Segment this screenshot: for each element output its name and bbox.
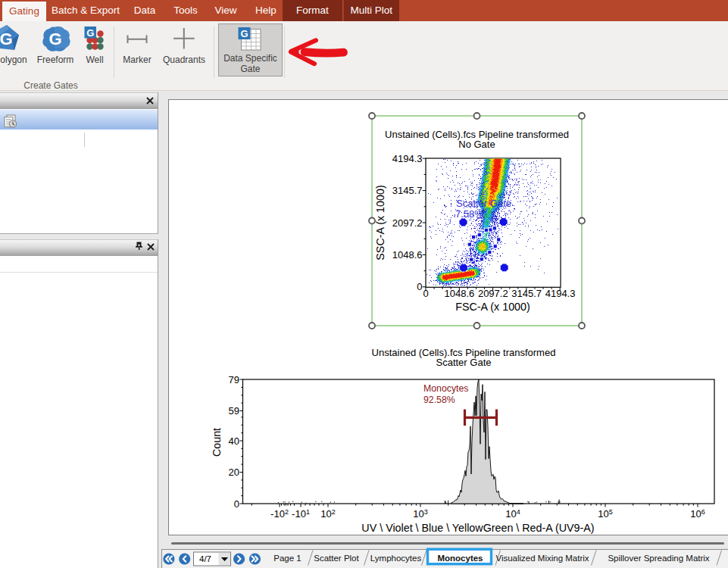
svg-text:3145.7: 3145.7 (392, 185, 423, 196)
svg-text:0: 0 (234, 498, 239, 510)
svg-text:Scatter Gate: Scatter Gate (436, 357, 492, 368)
svg-text:SSC-A (x 1000): SSC-A (x 1000) (374, 185, 386, 260)
svg-text:102: 102 (320, 508, 335, 520)
svg-text:No Gate: No Gate (458, 139, 495, 150)
svg-text:Scatter Gate: Scatter Gate (456, 198, 511, 209)
svg-text:1048.6: 1048.6 (445, 288, 475, 299)
svg-text:Monocytes: Monocytes (437, 554, 483, 563)
svg-text:40: 40 (229, 435, 239, 447)
svg-text:G: G (86, 27, 94, 39)
svg-text:59: 59 (229, 405, 239, 417)
svg-text:G: G (48, 30, 61, 48)
svg-text:-102: -102 (270, 508, 289, 520)
svg-text:Visualized Mixing Matrix: Visualized Mixing Matrix (495, 554, 589, 563)
svg-text:4/7: 4/7 (199, 554, 211, 563)
svg-text:1048.6: 1048.6 (392, 249, 423, 261)
svg-text:4194.3: 4194.3 (545, 288, 576, 299)
svg-text:92.58%: 92.58% (423, 395, 455, 405)
svg-text:105: 105 (598, 508, 612, 520)
svg-text:Lymphocytes: Lymphocytes (370, 554, 422, 563)
svg-text:104: 104 (505, 508, 520, 520)
svg-text:Monocytes: Monocytes (423, 383, 468, 394)
svg-text:Scatter Plot: Scatter Plot (314, 554, 359, 563)
svg-text:0: 0 (423, 288, 428, 299)
svg-text:103: 103 (413, 508, 427, 520)
svg-text:UV \ Violet \ Blue \ YellowGre: UV \ Violet \ Blue \ YellowGreen \ Red-A… (361, 522, 594, 534)
svg-text:106: 106 (690, 508, 705, 520)
svg-text:3145.7: 3145.7 (511, 288, 542, 299)
svg-text:Count: Count (212, 428, 223, 457)
svg-text:20: 20 (229, 467, 239, 478)
svg-text:4194.3: 4194.3 (392, 153, 423, 164)
svg-text:Spillover Spreading Matrix: Spillover Spreading Matrix (608, 554, 709, 563)
svg-text:Page 1: Page 1 (273, 554, 301, 563)
svg-text:G: G (240, 28, 248, 39)
svg-text:0: 0 (417, 281, 422, 292)
svg-text:2097.2: 2097.2 (392, 217, 423, 229)
svg-text:79: 79 (229, 374, 239, 385)
svg-text:7.58%: 7.58% (455, 208, 483, 220)
svg-text:FSC-A (x 1000): FSC-A (x 1000) (455, 301, 530, 313)
svg-text:G: G (0, 30, 13, 48)
svg-text:2097.2: 2097.2 (478, 288, 508, 299)
svg-text:-101: -101 (292, 508, 310, 520)
